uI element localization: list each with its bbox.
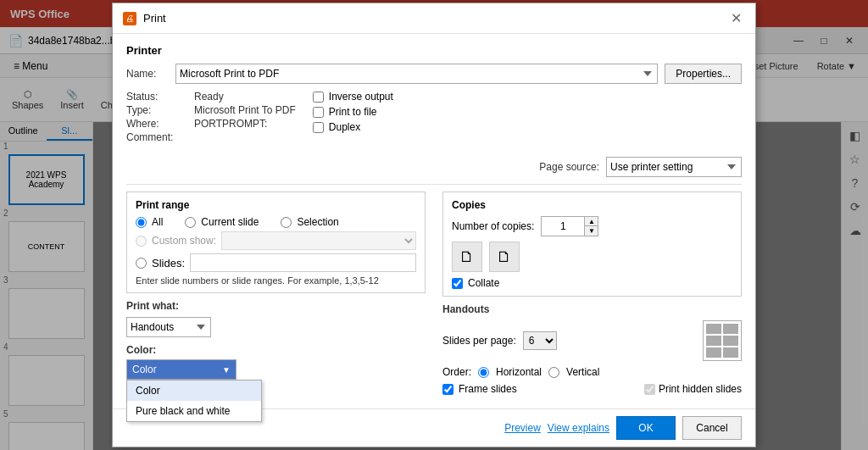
print-what-section: Print what: Handouts xyxy=(126,300,426,337)
where-value: PORTPROMPT: xyxy=(194,118,296,130)
copies-group: Copies Number of copies: ▲ ▼ xyxy=(442,192,742,297)
print-hidden-checkbox[interactable] xyxy=(644,384,655,395)
copy-icon-2: 🗋 xyxy=(489,242,520,272)
dialog-close-button[interactable]: ✕ xyxy=(727,10,745,26)
slides-per-page-label: Slides per page: xyxy=(442,335,516,347)
selection-radio[interactable] xyxy=(281,217,292,228)
duplex-row: Duplex xyxy=(313,121,393,133)
print-to-file-row: Print to file xyxy=(313,106,393,118)
handout-cell-1 xyxy=(706,324,721,334)
page-source-row: Page source: Use printer setting xyxy=(126,157,742,177)
comment-label: Comment: xyxy=(126,131,194,143)
slides-per-page-row: Slides per page: 6 xyxy=(442,320,742,361)
frame-slides-label: Frame slides xyxy=(459,383,517,395)
printer-name-row: Name: Microsoft Print to PDF Properties.… xyxy=(126,64,742,84)
handout-cell-4 xyxy=(723,336,738,346)
preview-label[interactable]: Preview xyxy=(504,422,541,434)
copies-icons: 🗋 🗋 xyxy=(452,242,732,272)
printer-info-grid: Status: Ready Type: Microsoft Print To P… xyxy=(126,91,296,143)
slides-input[interactable] xyxy=(190,253,416,272)
print-to-file-label: Print to file xyxy=(329,106,377,118)
handout-cell-3 xyxy=(706,336,721,346)
status-value: Ready xyxy=(194,91,296,103)
slides-label: Slides: xyxy=(152,257,185,269)
print-what-label: Print what: xyxy=(126,300,179,312)
horizontal-radio[interactable] xyxy=(478,367,489,378)
printer-info-row: Status: Ready Type: Microsoft Print To P… xyxy=(126,91,742,150)
vertical-radio[interactable] xyxy=(548,367,559,378)
vertical-label: Vertical xyxy=(566,366,599,378)
print-to-file-checkbox[interactable] xyxy=(313,107,324,118)
print-dialog: 🖨 Print ✕ Printer Name: Microsoft Print … xyxy=(112,3,756,447)
color-value: Color xyxy=(132,364,157,375)
color-select-button[interactable]: Color ▼ xyxy=(126,359,236,380)
where-label: Where: xyxy=(126,118,194,130)
divider-1 xyxy=(126,184,742,185)
print-what-select[interactable]: Handouts xyxy=(126,317,211,337)
printer-checkboxes: Inverse output Print to file Duplex xyxy=(313,91,393,150)
copies-title: Copies xyxy=(452,199,732,211)
copies-input[interactable] xyxy=(542,217,584,236)
color-option-color[interactable]: Color xyxy=(127,381,261,401)
collate-row: Collate xyxy=(452,277,732,289)
copies-input-wrap: ▲ ▼ xyxy=(541,216,598,236)
all-radio[interactable] xyxy=(136,217,147,228)
dialog-titlebar: 🖨 Print ✕ xyxy=(113,3,755,34)
color-dropdown-arrow: ▼ xyxy=(222,365,231,375)
current-slide-label: Current slide xyxy=(201,216,259,228)
all-label: All xyxy=(152,216,163,228)
duplex-checkbox[interactable] xyxy=(313,122,324,133)
frame-slides-checkbox[interactable] xyxy=(442,384,453,395)
order-row: Order: Horizontal Vertical xyxy=(442,366,742,378)
copy-icon-1: 🗋 xyxy=(452,242,482,272)
copies-row: Number of copies: ▲ ▼ xyxy=(452,216,732,236)
right-col: Copies Number of copies: ▲ ▼ xyxy=(442,192,742,395)
slides-per-page-select[interactable]: 6 xyxy=(523,331,557,350)
handouts-title: Handouts xyxy=(442,303,742,315)
handout-cell-5 xyxy=(706,347,721,358)
inverse-output-checkbox[interactable] xyxy=(313,92,324,103)
handouts-group: Handouts Slides per page: 6 xyxy=(442,303,742,395)
print-hidden-wrap: Print hidden slides xyxy=(644,383,742,395)
print-range-title: Print range xyxy=(136,199,416,211)
inverse-output-row: Inverse output xyxy=(313,91,393,103)
custom-show-select[interactable] xyxy=(221,231,416,250)
dialog-printer-icon: 🖨 xyxy=(123,12,136,25)
print-range-group: Print range All Current slide Selection … xyxy=(126,192,426,293)
selection-label: Selection xyxy=(297,216,338,228)
print-what-row: Print what: xyxy=(126,300,426,312)
status-label: Status: xyxy=(126,91,194,103)
custom-show-row: Custom show: xyxy=(136,231,416,250)
properties-button[interactable]: Properties... xyxy=(665,64,742,84)
all-radio-row: All Current slide Selection xyxy=(136,216,416,228)
copies-spin-up[interactable]: ▲ xyxy=(584,217,598,226)
copies-spin-down[interactable]: ▼ xyxy=(584,226,598,236)
handout-cell-6 xyxy=(723,347,738,358)
cancel-button[interactable]: Cancel xyxy=(682,416,742,440)
order-label: Order: xyxy=(442,366,471,378)
type-value: Microsoft Print To PDF xyxy=(194,104,296,116)
printer-name-label: Name: xyxy=(126,68,169,80)
duplex-label: Duplex xyxy=(329,121,360,133)
color-label: Color: xyxy=(126,344,426,356)
main-two-col: Print range All Current slide Selection … xyxy=(126,192,742,395)
frame-slides-row: Frame slides Print hidden slides xyxy=(442,383,742,395)
handout-grid xyxy=(703,320,742,361)
collate-checkbox[interactable] xyxy=(452,278,463,289)
dialog-overlay: 🖨 Print ✕ Printer Name: Microsoft Print … xyxy=(0,0,868,450)
printer-name-select[interactable]: Microsoft Print to PDF xyxy=(175,64,658,84)
hint-text: Enter slide numbers or slide ranges. For… xyxy=(136,275,416,286)
custom-show-label: Custom show: xyxy=(152,235,216,247)
custom-show-radio[interactable] xyxy=(136,236,147,247)
view-explains-label[interactable]: View explains xyxy=(548,422,609,434)
ok-button[interactable]: OK xyxy=(616,416,676,440)
slides-radio[interactable] xyxy=(136,258,147,269)
color-menu: Color Pure black and white xyxy=(126,380,262,422)
left-col: Print range All Current slide Selection … xyxy=(126,192,426,395)
print-hidden-label: Print hidden slides xyxy=(659,383,742,395)
current-slide-radio[interactable] xyxy=(185,217,196,228)
color-dropdown: Color ▼ Color Pure black and white xyxy=(126,359,426,380)
color-option-pure-black-white[interactable]: Pure black and white xyxy=(127,401,261,421)
page-source-select[interactable]: Use printer setting xyxy=(606,157,742,177)
collate-label: Collate xyxy=(468,277,499,289)
